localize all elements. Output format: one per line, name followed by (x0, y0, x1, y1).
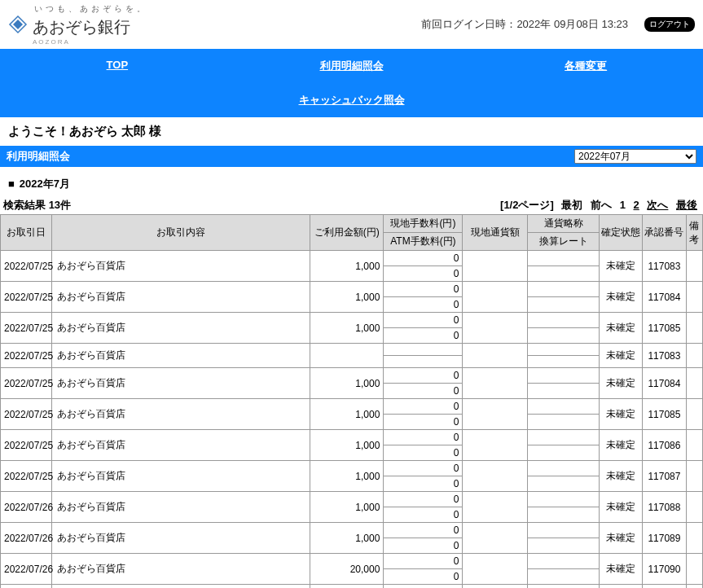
cell-amount: 1,000 (310, 313, 384, 344)
nav-riyo[interactable]: 利用明細照会 (235, 49, 469, 83)
cell-date: 2022/07/25 (1, 251, 52, 282)
cell-detail: あおぞら百貨店 (52, 492, 310, 523)
cell-rate (528, 538, 600, 554)
pager-last[interactable]: 最後 (676, 199, 697, 211)
cell-amount: 1,000 (310, 251, 384, 282)
cell-date: 2022/07/25 (1, 368, 52, 399)
cell-note (686, 313, 702, 344)
month-select[interactable]: 2022年07月 (574, 149, 696, 164)
cell-detail: あおぞら百貨店 (52, 523, 310, 554)
cell-note (686, 368, 702, 399)
th-atm-fee: ATM手数料(円) (384, 233, 463, 251)
cell-amount (310, 344, 384, 368)
cell-note (686, 492, 702, 523)
cell-local-amt (463, 313, 528, 344)
cell-status: 未確定 (600, 399, 643, 430)
pager-p2[interactable]: 2 (634, 199, 639, 211)
cell-status: 未確定 (600, 585, 643, 589)
cell-date: 2022/07/25 (1, 461, 52, 492)
pager-page: [1/2ページ] (500, 199, 554, 211)
th-date: お取引日 (1, 215, 52, 251)
cell-local-fee: 0 (384, 368, 463, 384)
section-bar: 利用明細照会 2022年07月 (0, 146, 703, 167)
nav-kakushu[interactable]: 各種変更 (468, 49, 703, 83)
pager-next[interactable]: 次へ (647, 199, 668, 211)
cell-local-amt (463, 251, 528, 282)
cell-status: 未確定 (600, 313, 643, 344)
cell-detail: あおぞら百貨店 (52, 585, 310, 589)
cell-status: 未確定 (600, 282, 643, 313)
logout-button[interactable]: ログアウト (644, 17, 695, 32)
cell-local-fee: 0 (384, 399, 463, 415)
period-label: 2022年7月 (0, 167, 703, 198)
cell-currency (528, 368, 600, 384)
cell-note (686, 399, 702, 430)
cell-rate (528, 328, 600, 344)
cell-detail: あおぞら百貨店 (52, 282, 310, 313)
cell-atm-fee: 0 (384, 415, 463, 430)
cell-detail: あおぞら百貨店 (52, 368, 310, 399)
cell-local-amt (463, 344, 528, 368)
tagline: いつも、あおぞらを。 (34, 3, 148, 15)
pager: [1/2ページ] 最初 前へ 1 2 次へ 最後 (498, 198, 700, 213)
cell-detail: あおぞら百貨店 (52, 430, 310, 461)
table-row: 2022/07/25あおぞら百貨店1,0000未確定117086 (1, 430, 703, 445)
cell-approval: 117085 (643, 399, 686, 430)
cell-approval: 117084 (643, 368, 686, 399)
welcome-message: ようこそ！あおぞら 太郎 様 (0, 117, 703, 146)
cell-currency (528, 585, 600, 589)
th-amount: ご利用金額(円) (310, 215, 384, 251)
cell-status: 未確定 (600, 368, 643, 399)
result-count: 検索結果 13件 (3, 198, 71, 213)
cell-local-amt (463, 282, 528, 313)
pager-p1: 1 (620, 199, 626, 211)
cell-status: 未確定 (600, 344, 643, 368)
cell-local-amt (463, 492, 528, 523)
nav-cashback[interactable]: キャッシュバック照会 (0, 83, 703, 117)
pager-prev: 前へ (591, 199, 612, 211)
nav-top[interactable]: TOP (0, 49, 235, 83)
table-row: 2022/07/25あおぞら百貨店1,0000未確定117083 (1, 251, 703, 266)
th-approval: 承認番号 (643, 215, 686, 251)
main-nav: TOP 利用明細照会 各種変更 キャッシュバック照会 (0, 49, 703, 117)
cell-note (686, 461, 702, 492)
cell-atm-fee: 0 (384, 569, 463, 585)
cell-rate (528, 569, 600, 585)
table-row: 2022/07/25あおぞら百貨店1,0000未確定117085 (1, 399, 703, 415)
cell-note (686, 430, 702, 461)
cell-approval: 117088 (643, 492, 686, 523)
cell-amount: 1,000 (310, 282, 384, 313)
cell-date: 2022/07/26 (1, 585, 52, 589)
sub-logo: AOZORA (33, 38, 148, 46)
cell-local-fee: 0 (384, 585, 463, 589)
cell-atm-fee: 0 (384, 384, 463, 399)
transactions-table: お取引日 お取引内容 ご利用金額(円) 現地手数料(円) 現地通貨額 通貨略称 … (0, 214, 703, 588)
table-header: お取引日 お取引内容 ご利用金額(円) 現地手数料(円) 現地通貨額 通貨略称 … (1, 215, 703, 251)
cell-currency (528, 399, 600, 415)
cell-currency (528, 313, 600, 328)
cell-detail: あおぞら百貨店 (52, 554, 310, 585)
cell-local-fee: 0 (384, 430, 463, 445)
table-row: 2022/07/25あおぞら百貨店1,0000未確定117085 (1, 313, 703, 328)
cell-local-amt (463, 523, 528, 554)
cell-atm-fee: 0 (384, 476, 463, 492)
last-login: 前回ログイン日時：2022年 09月08日 13:23 (421, 17, 628, 32)
section-title: 利用明細照会 (7, 149, 70, 164)
cell-approval: 117083 (643, 251, 686, 282)
cell-status: 未確定 (600, 430, 643, 461)
cell-atm-fee (384, 356, 463, 368)
table-row: 2022/07/26あおぞら百貨店20,0000未確定117091 (1, 585, 703, 589)
cell-atm-fee: 0 (384, 538, 463, 554)
table-row: 2022/07/25あおぞら百貨店未確定117083 (1, 344, 703, 356)
cell-date: 2022/07/26 (1, 492, 52, 523)
table-row: 2022/07/25あおぞら百貨店1,0000未確定117084 (1, 282, 703, 297)
cell-date: 2022/07/25 (1, 430, 52, 461)
cell-rate (528, 476, 600, 492)
cell-local-fee (384, 344, 463, 356)
cell-local-fee: 0 (384, 282, 463, 297)
cell-amount: 1,000 (310, 430, 384, 461)
cell-amount: 1,000 (310, 523, 384, 554)
cell-detail: あおぞら百貨店 (52, 313, 310, 344)
cell-currency (528, 282, 600, 297)
pager-first: 最初 (561, 199, 582, 211)
